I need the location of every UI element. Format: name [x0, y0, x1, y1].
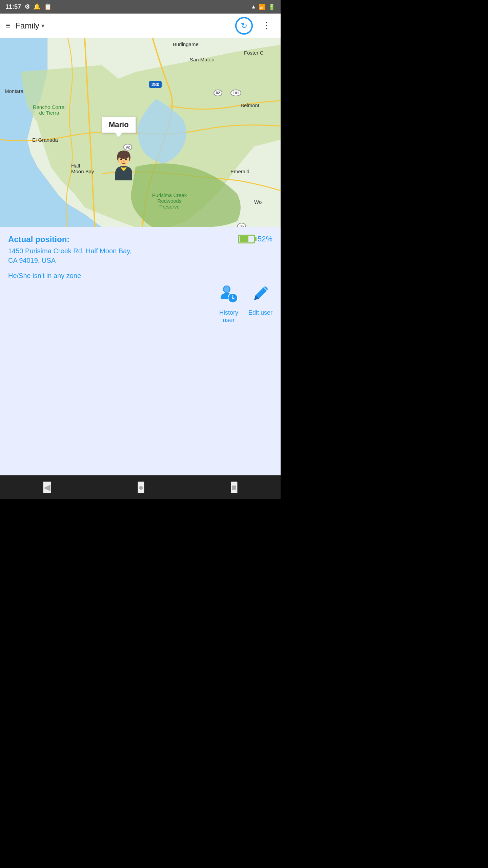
- signal-icon: 📶: [259, 4, 266, 10]
- map-tooltip-mario[interactable]: Mario: [102, 117, 136, 133]
- battery-display: 52%: [238, 235, 272, 243]
- svg-point-4: [118, 151, 130, 159]
- zone-status: He/She isn't in any zone: [8, 272, 272, 280]
- status-right-icons: ▲ 📶 🔋: [251, 4, 275, 10]
- memo-icon: 📋: [44, 3, 52, 11]
- more-options-button[interactable]: ⋮: [258, 17, 275, 35]
- map-area[interactable]: Burlingame San Mateo Foster C Belmont Mo…: [0, 38, 281, 227]
- info-icon-label: i: [220, 20, 223, 31]
- svg-point-7: [123, 160, 125, 162]
- history-user-icon: [219, 284, 238, 307]
- position-header: Actual position:: [8, 235, 272, 244]
- history-user-label: Historyuser: [219, 309, 238, 324]
- battery-percentage: 52%: [258, 235, 272, 243]
- position-section: Actual position: 1450 Purisima Creek Rd,…: [8, 235, 272, 265]
- panel-inner: 52% Actual position: 1450 Purisima Creek…: [8, 235, 272, 324]
- nav-home-button[interactable]: ●: [138, 481, 144, 493]
- back-icon: ◀: [44, 482, 50, 493]
- edit-user-label: Edit user: [248, 309, 272, 317]
- edit-user-icon: [251, 284, 270, 307]
- nav-recents-button[interactable]: ■: [231, 481, 238, 493]
- route-101: 101: [230, 90, 241, 96]
- app-bar: ≡ Family ▾ i ↻ ⋮: [0, 14, 281, 38]
- svg-point-9: [224, 286, 229, 292]
- battery-icon: [238, 235, 255, 243]
- route-280: 280: [149, 81, 162, 87]
- status-time: 11:57: [5, 3, 21, 11]
- status-bar: 11:57 ⚙ 🔔 📋 ▲ 📶 🔋: [0, 0, 281, 14]
- svg-point-6: [125, 158, 127, 160]
- info-button[interactable]: i: [213, 17, 230, 35]
- chevron-down-icon[interactable]: ▾: [41, 22, 44, 29]
- map-avatar-mario[interactable]: [112, 150, 136, 180]
- svg-point-14: [232, 297, 233, 299]
- nav-back-button[interactable]: ◀: [43, 481, 51, 493]
- route-82: 82: [214, 90, 222, 96]
- more-icon-label: ⋮: [262, 20, 271, 31]
- notification-icon: 🔔: [33, 3, 41, 11]
- route-35: 35: [237, 223, 246, 227]
- recents-icon: ■: [231, 482, 237, 493]
- app-title: Family: [15, 21, 39, 31]
- refresh-button[interactable]: ↻: [235, 17, 253, 35]
- map-tooltip-label: Mario: [109, 120, 129, 129]
- hamburger-menu[interactable]: ≡: [5, 20, 11, 31]
- nav-bar: ◀ ● ■: [0, 475, 281, 499]
- action-buttons: Historyuser Edit user: [8, 284, 272, 324]
- home-icon: ●: [138, 482, 144, 493]
- battery-level: [240, 236, 248, 242]
- position-address: 1450 Purisima Creek Rd, Half Moon Bay,CA…: [8, 246, 272, 265]
- title-row: Family ▾: [15, 21, 208, 31]
- svg-point-5: [120, 158, 122, 160]
- history-user-button[interactable]: Historyuser: [219, 284, 238, 324]
- battery-status-icon: 🔋: [268, 4, 275, 10]
- refresh-icon-label: ↻: [241, 21, 247, 31]
- info-panel: 52% Actual position: 1450 Purisima Creek…: [0, 227, 281, 475]
- wifi-icon: ▲: [251, 4, 256, 10]
- settings-icon: ⚙: [24, 3, 30, 11]
- edit-user-button[interactable]: Edit user: [248, 284, 272, 324]
- route-92: 92: [123, 144, 132, 150]
